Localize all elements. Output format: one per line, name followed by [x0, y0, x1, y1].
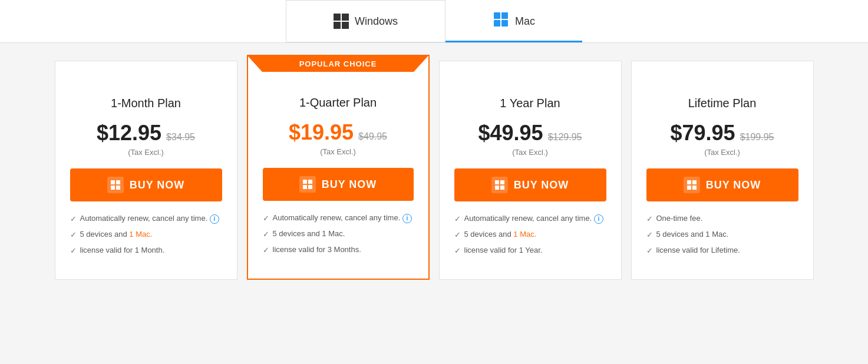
- tab-mac[interactable]: Mac: [445, 0, 582, 42]
- check-icon: ✓: [70, 246, 77, 256]
- svg-rect-9: [308, 180, 312, 184]
- list-item: ✓ 5 devices and 1 Mac.: [70, 229, 222, 240]
- list-item: ✓ license valid for 1 Month.: [70, 245, 222, 256]
- svg-rect-5: [116, 180, 120, 184]
- info-icon[interactable]: i: [402, 214, 412, 223]
- buy-month-icon: [107, 177, 124, 193]
- plan-lifetime-price: $79.95: [671, 121, 735, 145]
- plans-container: 1-Month Plan $12.95 $34.95 (Tax Excl.) B…: [22, 61, 847, 280]
- check-icon: ✓: [454, 214, 461, 224]
- plan-month-name: 1-Month Plan: [111, 97, 181, 110]
- tab-windows[interactable]: Windows: [286, 0, 445, 42]
- check-icon: ✓: [263, 229, 269, 240]
- check-icon: ✓: [454, 230, 461, 240]
- plan-year-tax: (Tax Excl.): [512, 148, 548, 157]
- plan-month-original: $34.95: [166, 132, 195, 143]
- check-icon: ✓: [646, 246, 653, 256]
- buy-lifetime-icon: [684, 177, 700, 193]
- check-icon: ✓: [263, 245, 269, 256]
- svg-rect-11: [308, 185, 312, 189]
- plan-lifetime-price-row: $79.95 $199.95: [671, 121, 774, 145]
- svg-rect-1: [501, 12, 508, 19]
- plan-month-price-row: $12.95 $34.95: [97, 121, 195, 145]
- plan-quarter-features: ✓ Automatically renew, cancel any time. …: [263, 213, 414, 261]
- plan-lifetime-buy-label: BUY NOW: [706, 179, 761, 191]
- list-item: ✓ license valid for Lifetime.: [646, 245, 798, 256]
- check-icon: ✓: [70, 214, 77, 224]
- svg-rect-0: [494, 12, 500, 19]
- plan-lifetime-original: $199.95: [740, 132, 774, 143]
- list-item: ✓ Automatically renew, cancel any time. …: [70, 213, 222, 224]
- plan-year-name: 1 Year Plan: [500, 97, 560, 110]
- plan-lifetime-tax: (Tax Excl.): [704, 148, 740, 157]
- svg-rect-14: [495, 186, 499, 190]
- plan-month-tax: (Tax Excl.): [128, 148, 164, 157]
- svg-rect-6: [111, 186, 115, 190]
- list-item: ✓ 5 devices and 1 Mac.: [263, 229, 414, 240]
- buy-quarter-icon: [299, 176, 316, 193]
- plan-quarter-price-row: $19.95 $49.95: [289, 120, 387, 145]
- popular-badge: POPULAR CHOICE: [248, 56, 428, 72]
- check-icon: ✓: [454, 246, 461, 256]
- plan-quarter-name: 1-Quarter Plan: [299, 96, 377, 110]
- plan-month-features: ✓ Automatically renew, cancel any time. …: [70, 213, 222, 262]
- svg-rect-15: [500, 186, 504, 190]
- list-item: ✓ One-time fee.: [646, 213, 798, 224]
- plan-quarter-original: $49.95: [358, 131, 387, 142]
- svg-rect-12: [495, 180, 499, 184]
- svg-rect-19: [692, 186, 697, 190]
- plan-card-month: 1-Month Plan $12.95 $34.95 (Tax Excl.) B…: [55, 61, 237, 280]
- svg-rect-2: [494, 20, 500, 27]
- check-icon: ✓: [646, 230, 653, 240]
- plan-year-buy-label: BUY NOW: [514, 179, 569, 191]
- list-item: ✓ 5 devices and 1 Mac.: [454, 229, 606, 240]
- tab-mac-label: Mac: [515, 15, 535, 28]
- list-item: ✓ license valid for 1 Year.: [454, 245, 606, 256]
- svg-rect-13: [500, 180, 504, 184]
- windows-icon: [334, 14, 349, 29]
- plan-quarter-buy-label: BUY NOW: [322, 178, 377, 191]
- svg-rect-7: [116, 186, 120, 190]
- check-icon: ✓: [263, 213, 269, 224]
- plan-lifetime-buy-button[interactable]: BUY NOW: [646, 168, 798, 201]
- info-icon[interactable]: i: [210, 214, 219, 224]
- svg-rect-3: [501, 20, 508, 27]
- mac-tab-icon: [493, 11, 509, 31]
- plan-month-buy-label: BUY NOW: [130, 179, 185, 191]
- plan-card-quarter: POPULAR CHOICE 1-Quarter Plan $19.95 $49…: [247, 55, 430, 280]
- plan-year-features: ✓ Automatically renew, cancel any time. …: [454, 213, 606, 262]
- svg-rect-17: [692, 180, 697, 184]
- list-item: ✓ 5 devices and 1 Mac.: [646, 229, 798, 240]
- plan-lifetime-name: Lifetime Plan: [688, 97, 757, 110]
- svg-rect-4: [111, 180, 115, 184]
- plan-card-year: 1 Year Plan $49.95 $129.95 (Tax Excl.) B…: [439, 61, 622, 280]
- plan-year-buy-button[interactable]: BUY NOW: [454, 168, 606, 201]
- plan-quarter-buy-button[interactable]: BUY NOW: [263, 168, 414, 201]
- plan-lifetime-features: ✓ One-time fee. ✓ 5 devices and 1 Mac. ✓…: [646, 213, 798, 262]
- buy-year-icon: [491, 177, 508, 193]
- plan-quarter-tax: (Tax Excl.): [320, 147, 356, 156]
- check-icon: ✓: [70, 230, 77, 240]
- plan-month-buy-button[interactable]: BUY NOW: [70, 168, 222, 201]
- svg-rect-18: [687, 186, 691, 190]
- svg-rect-10: [303, 185, 307, 189]
- svg-rect-16: [687, 180, 691, 184]
- tabs-container: Windows Mac: [0, 0, 868, 43]
- list-item: ✓ license valid for 3 Months.: [263, 244, 414, 256]
- list-item: ✓ Automatically renew, cancel any time. …: [454, 213, 606, 224]
- check-icon: ✓: [646, 214, 653, 224]
- plan-year-price-row: $49.95 $129.95: [478, 121, 582, 145]
- svg-rect-8: [303, 180, 307, 184]
- plan-card-lifetime: Lifetime Plan $79.95 $199.95 (Tax Excl.)…: [631, 61, 814, 280]
- plan-month-price: $12.95: [97, 121, 161, 145]
- info-icon[interactable]: i: [594, 214, 603, 224]
- plan-quarter-price: $19.95: [289, 120, 354, 145]
- list-item: ✓ Automatically renew, cancel any time. …: [263, 213, 414, 224]
- plan-year-price: $49.95: [478, 121, 543, 145]
- plan-year-original: $129.95: [548, 132, 582, 143]
- tab-windows-label: Windows: [355, 15, 398, 28]
